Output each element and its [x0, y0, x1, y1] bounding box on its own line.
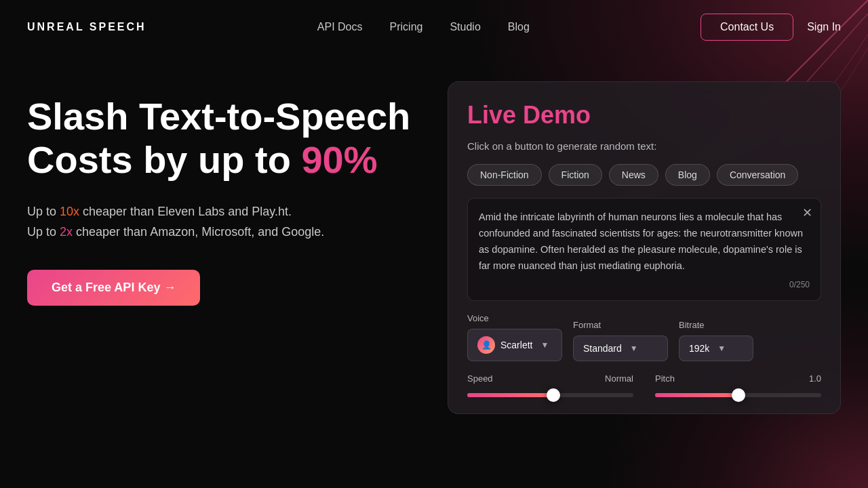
voice-control: Voice 👤 Scarlett ▼ — [467, 313, 562, 361]
voice-avatar: 👤 — [477, 336, 495, 354]
cta-button[interactable]: Get a Free API Key → — [27, 270, 200, 306]
voice-select[interactable]: 👤 Scarlett ▼ — [467, 329, 562, 361]
signin-link[interactable]: Sign In — [807, 21, 841, 33]
char-count: 0/250 — [479, 280, 810, 289]
format-chevron-icon: ▼ — [630, 344, 638, 353]
speed-slider-group: Speed Normal — [467, 373, 633, 397]
pitch-label: Pitch — [655, 373, 675, 384]
speed-thumb[interactable] — [547, 388, 560, 402]
voice-chevron-icon: ▼ — [540, 340, 549, 350]
bitrate-control: Bitrate 192k ▼ — [679, 320, 753, 361]
demo-title: Live Demo — [467, 101, 821, 129]
bitrate-chevron-icon: ▼ — [717, 344, 726, 353]
voice-value: Scarlett — [500, 340, 532, 350]
nav-api-docs[interactable]: API Docs — [317, 21, 363, 33]
contact-button[interactable]: Contact Us — [701, 14, 793, 41]
category-buttons: Non-Fiction Fiction News Blog Conversati… — [467, 164, 821, 186]
logo: UNREAL SPEECH — [27, 21, 146, 33]
headline: Slash Text-to-Speech Costs by up to 90% — [27, 95, 420, 182]
format-select[interactable]: Standard ▼ — [573, 336, 668, 361]
bitrate-select[interactable]: 192k ▼ — [679, 336, 753, 361]
bitrate-value: 192k — [689, 343, 709, 354]
pitch-slider-group: Pitch 1.0 — [655, 373, 821, 397]
controls-row: Voice 👤 Scarlett ▼ Format Standard ▼ Bit… — [467, 313, 821, 361]
navigation: UNREAL SPEECH API Docs Pricing Studio Bl… — [0, 0, 868, 54]
close-text-button[interactable]: ✕ — [802, 207, 812, 219]
category-fiction[interactable]: Fiction — [549, 164, 602, 186]
sliders-row: Speed Normal Pitch 1.0 — [467, 373, 821, 397]
format-label: Format — [573, 320, 668, 330]
headline-accent: 90% — [301, 138, 377, 181]
format-control: Format Standard ▼ — [573, 320, 668, 361]
nav-studio[interactable]: Studio — [450, 21, 480, 33]
speed-fill — [467, 393, 553, 397]
pitch-value: 1.0 — [809, 373, 821, 384]
pitch-thumb[interactable] — [732, 388, 745, 402]
speed-value: Normal — [605, 373, 633, 384]
speed-label: Speed — [467, 373, 493, 384]
pitch-track — [655, 393, 821, 397]
nav-pricing[interactable]: Pricing — [390, 21, 423, 33]
category-news[interactable]: News — [609, 164, 658, 186]
pitch-fill — [655, 393, 738, 397]
headline-line2: Costs by up to 90% — [27, 138, 378, 181]
speed-track — [467, 393, 633, 397]
hero-subtext: Up to 10x cheaper than Eleven Labs and P… — [27, 201, 420, 243]
format-value: Standard — [583, 343, 622, 354]
sample-text: Amid the intricate labyrinth of human ne… — [479, 209, 810, 274]
sample-text-box: Amid the intricate labyrinth of human ne… — [467, 198, 821, 301]
voice-label: Voice — [467, 313, 562, 323]
nav-blog[interactable]: Blog — [508, 21, 530, 33]
category-conversation[interactable]: Conversation — [717, 164, 799, 186]
hero-section: Slash Text-to-Speech Costs by up to 90% … — [27, 81, 420, 306]
headline-line1: Slash Text-to-Speech — [27, 95, 410, 138]
category-non-fiction[interactable]: Non-Fiction — [467, 164, 542, 186]
demo-subtitle: Click on a button to generate random tex… — [467, 140, 821, 152]
demo-panel: Live Demo Click on a button to generate … — [448, 81, 841, 414]
bitrate-label: Bitrate — [679, 320, 753, 330]
category-blog[interactable]: Blog — [665, 164, 710, 186]
